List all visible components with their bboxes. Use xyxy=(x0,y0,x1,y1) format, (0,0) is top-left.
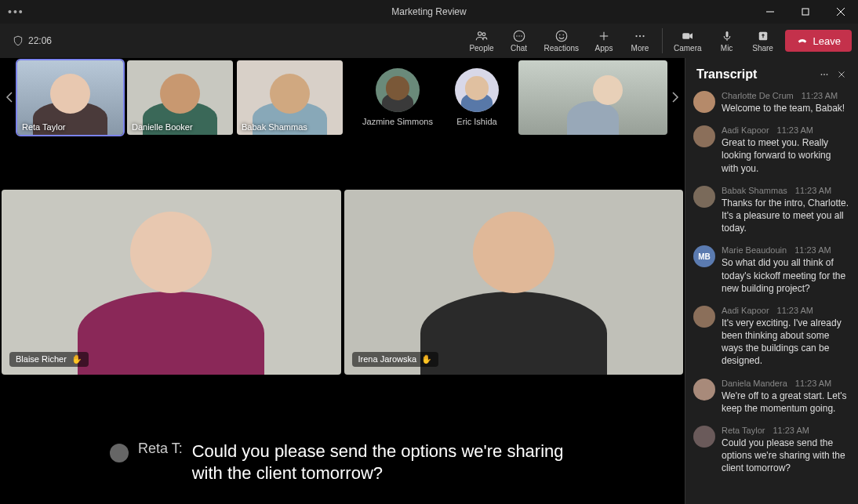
message-author: Daniela Mandera xyxy=(722,379,787,388)
chat-button[interactable]: Chat xyxy=(502,24,536,58)
thumb-reta[interactable]: Reta Taylor xyxy=(17,60,123,135)
transcript-message: Aadi Kapoor11:23 AMIt's very exciting. I… xyxy=(693,306,850,368)
message-time: 11:23 AM xyxy=(802,91,838,100)
message-time: 11:23 AM xyxy=(777,125,813,135)
svg-point-10 xyxy=(556,31,567,42)
leave-button[interactable]: Leave xyxy=(785,30,852,52)
menu-dots[interactable]: ••• xyxy=(8,5,24,18)
svg-rect-18 xyxy=(682,33,689,39)
people-icon xyxy=(474,29,489,43)
svg-point-17 xyxy=(642,35,644,37)
svg-point-21 xyxy=(821,74,823,75)
message-text: We're off to a great start. Let's keep t… xyxy=(722,390,850,415)
hangup-icon xyxy=(796,34,809,47)
camera-icon xyxy=(681,29,695,43)
people-button[interactable]: People xyxy=(463,24,500,58)
message-text: It's very exciting. I've already been th… xyxy=(722,317,850,368)
message-text: Could you please send the options we're … xyxy=(722,437,850,475)
caption-avatar xyxy=(110,444,129,462)
share-icon xyxy=(756,29,770,43)
thumbnail-row: Reta Taylor Danielle Booker Babak Shamma… xyxy=(0,58,685,136)
caption-text: Could you please send the options we're … xyxy=(192,441,575,485)
panel-more-button[interactable] xyxy=(819,69,830,80)
message-avatar xyxy=(693,379,715,401)
thumbs-next[interactable] xyxy=(669,82,682,113)
svg-point-11 xyxy=(559,34,561,36)
video-stage: Reta Taylor Danielle Booker Babak Shamma… xyxy=(0,58,685,504)
name-pill: Blaise Richer✋ xyxy=(9,352,89,367)
message-avatar: MB xyxy=(693,245,715,267)
caption-speaker: Reta T: xyxy=(138,441,183,457)
video-grid: Blaise Richer✋ Irena Jarowska✋ xyxy=(0,136,685,428)
chat-icon xyxy=(512,29,526,43)
message-time: 11:23 AM xyxy=(794,245,831,255)
message-text: Great to meet you. Really looking forwar… xyxy=(722,136,850,175)
message-text: Welcome to the team, Babak! xyxy=(722,102,850,114)
svg-rect-1 xyxy=(802,9,809,15)
shield-icon xyxy=(13,35,24,46)
svg-point-8 xyxy=(518,35,520,37)
message-author: Reta Taylor xyxy=(722,426,765,435)
toolbar: 22:06 People Chat Reactions Apps More Ca… xyxy=(0,24,858,58)
svg-point-23 xyxy=(827,74,828,75)
hand-icon: ✋ xyxy=(71,354,82,364)
transcript-panel: Transcript Charlotte De Crum11:23 AMWelc… xyxy=(685,58,858,504)
mic-button[interactable]: Mic xyxy=(710,24,744,58)
svg-point-7 xyxy=(516,35,518,37)
svg-point-16 xyxy=(639,35,641,37)
titlebar: ••• Marketing Review xyxy=(0,0,858,24)
svg-point-22 xyxy=(823,74,825,75)
mic-icon xyxy=(720,29,734,43)
message-avatar xyxy=(693,91,715,113)
share-button[interactable]: Share xyxy=(746,24,780,58)
message-text: Thanks for the intro, Charlotte. It's a … xyxy=(722,197,850,235)
panel-title: Transcript xyxy=(696,67,813,82)
message-time: 11:23 AM xyxy=(795,186,831,195)
minimize-button[interactable] xyxy=(752,0,787,24)
transcript-message: Reta Taylor11:23 AMCould you please send… xyxy=(693,426,850,475)
transcript-message: Charlotte De Crum11:23 AMWelcome to the … xyxy=(693,91,850,114)
message-avatar xyxy=(693,125,715,147)
message-time: 11:23 AM xyxy=(773,426,809,435)
tile-blaise[interactable]: Blaise Richer✋ xyxy=(2,190,341,375)
svg-point-15 xyxy=(635,35,637,37)
svg-point-4 xyxy=(478,32,482,36)
message-avatar xyxy=(693,186,715,208)
transcript-message: Daniela Mandera11:23 AMWe're off to a gr… xyxy=(693,379,850,415)
more-icon xyxy=(633,29,647,43)
thumb-room[interactable] xyxy=(518,60,667,135)
transcript-feed[interactable]: Charlotte De Crum11:23 AMWelcome to the … xyxy=(685,91,858,504)
thumbs-prev[interactable] xyxy=(3,82,16,113)
message-author: Aadi Kapoor xyxy=(722,125,769,135)
maximize-button[interactable] xyxy=(787,0,823,24)
message-time: 11:23 AM xyxy=(795,379,831,388)
message-author: Babak Shammas xyxy=(722,186,787,195)
svg-point-9 xyxy=(521,35,522,37)
close-button[interactable] xyxy=(823,0,858,24)
message-author: Aadi Kapoor xyxy=(722,306,769,315)
transcript-message: MBMarie Beaudouin11:23 AMSo what did you… xyxy=(693,245,850,295)
message-time: 11:23 AM xyxy=(777,306,813,315)
message-author: Marie Beaudouin xyxy=(722,245,787,255)
message-text: So what did you all think of today's kic… xyxy=(722,256,850,295)
reactions-icon xyxy=(554,29,569,43)
window-title: Marketing Review xyxy=(391,6,466,17)
panel-close-button[interactable] xyxy=(836,69,847,80)
tile-irena[interactable]: Irena Jarowska✋ xyxy=(344,190,684,375)
avatar-eric[interactable]: Eric Ishida xyxy=(439,68,514,126)
thumb-babak[interactable]: Babak Shammas xyxy=(237,60,343,135)
transcript-message: Babak Shammas11:23 AMThanks for the intr… xyxy=(693,186,850,235)
live-caption: Reta T: Could you please send the option… xyxy=(0,428,685,504)
thumb-danielle[interactable]: Danielle Booker xyxy=(127,60,233,135)
avatar-jazmine[interactable]: Jazmine Simmons xyxy=(360,68,435,126)
message-avatar xyxy=(693,306,715,328)
svg-point-12 xyxy=(562,34,564,36)
more-button[interactable]: More xyxy=(623,24,657,58)
plus-icon xyxy=(597,29,611,43)
message-author: Charlotte De Crum xyxy=(722,91,794,100)
camera-button[interactable]: Camera xyxy=(667,24,708,58)
reactions-button[interactable]: Reactions xyxy=(538,24,585,58)
meeting-timer: 22:06 xyxy=(13,35,52,46)
apps-button[interactable]: Apps xyxy=(587,24,621,58)
svg-rect-19 xyxy=(725,31,728,38)
